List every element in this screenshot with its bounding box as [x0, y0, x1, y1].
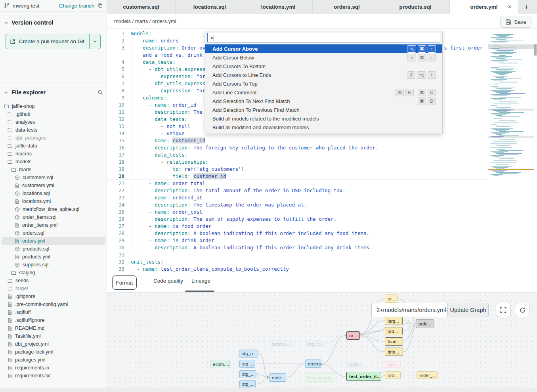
search-icon[interactable]	[97, 90, 103, 95]
file-tree-item[interactable]: seeds	[2, 277, 105, 285]
close-icon[interactable]: ✕	[508, 4, 512, 10]
lineage-node[interactable]: larg...	[385, 317, 403, 325]
lineage-node[interactable]: cust...	[347, 361, 363, 367]
file-tree-item[interactable]: dbt_packages	[2, 134, 105, 142]
code-line[interactable]: 28 description: A boolean indicating if …	[107, 230, 537, 237]
command-palette-input[interactable]: >	[207, 33, 440, 42]
file-tree-item[interactable]: data-tests	[2, 126, 105, 134]
command-palette-item[interactable]: Build all modified and downstream models	[205, 123, 442, 132]
command-palette-item[interactable]: Add Line Comment⌘K⌘C	[205, 88, 442, 97]
code-line[interactable]: 20 field: customer_id	[107, 173, 537, 180]
file-tree-item[interactable]: jaffle-shop	[2, 102, 105, 110]
code-line[interactable]: 21 - name: order_total	[107, 180, 537, 187]
editor-tab[interactable]: locations.yml	[244, 0, 313, 14]
code-line[interactable]: 26 description: The sum of supply expens…	[107, 216, 537, 223]
code-line[interactable]: 23 - name: ordered_at	[107, 194, 537, 201]
file-tree-item[interactable]: customers.sql	[2, 174, 105, 182]
tab-code-quality[interactable]: Code quality	[153, 278, 183, 284]
file-tree-item[interactable]: dbt_project.yml	[2, 340, 105, 348]
file-tree-item[interactable]: analyses	[2, 118, 105, 126]
file-tree-item[interactable]: jaffle-data	[2, 142, 105, 150]
file-tree-item[interactable]: requirements.in	[2, 364, 105, 372]
copy-icon[interactable]	[97, 3, 103, 8]
create-pr-button-main[interactable]: Create a pull request on Git...	[6, 34, 89, 49]
file-tree-item[interactable]: order_items.yml	[2, 221, 105, 229]
file-tree-item[interactable]: requirements.txt	[2, 372, 105, 380]
lineage-node[interactable]: orde...	[269, 373, 286, 382]
command-palette-item[interactable]: Add Cursor Below⌥⌘↓	[205, 53, 442, 62]
lineage-node[interactable]: test_order_it...	[346, 372, 381, 381]
file-tree-item[interactable]: order_items.sql	[2, 213, 105, 221]
file-tree-item[interactable]: staging	[2, 269, 105, 277]
code-line[interactable]: 27 - name: is_food_order	[107, 223, 537, 230]
command-palette-item[interactable]: Add Cursor Above⌥⌘↑	[205, 44, 442, 53]
scrollbar-thumb[interactable]	[534, 44, 537, 55]
lineage-node[interactable]: orde...	[416, 319, 434, 328]
file-tree-item[interactable]: customers.yml	[2, 182, 105, 189]
command-palette-item[interactable]: Build all models related to the modified…	[205, 114, 442, 123]
code-line[interactable]: 15 - name: customer_id	[107, 137, 537, 144]
file-tree-item[interactable]: locations.sql	[2, 189, 105, 197]
file-tree-item[interactable]: .sqlfluff	[2, 308, 105, 316]
code-line[interactable]: 30 description: A boolean indicating if …	[107, 244, 537, 251]
lineage-node[interactable]: or...	[346, 331, 360, 340]
command-palette-item[interactable]: Add Cursors To Top	[205, 79, 442, 88]
lineage-node[interactable]: ord...	[385, 327, 403, 335]
lineage-node[interactable]: test_supply...	[305, 373, 335, 382]
file-tree-item[interactable]: macros	[2, 150, 105, 158]
editor-tab[interactable]: products.sql	[381, 0, 450, 14]
format-button[interactable]: Format	[112, 275, 137, 290]
file-tree-item[interactable]: package-lock.yml	[2, 348, 105, 356]
lineage-panel[interactable]: ecom....stg_o...stg_...stg_...stg_...ord…	[107, 292, 537, 388]
file-tree-item[interactable]: products.sql	[2, 245, 105, 253]
editor-tab[interactable]: locations.sql	[176, 0, 244, 14]
file-tree-item[interactable]: .gitignore	[2, 293, 105, 300]
lineage-node[interactable]: stg_c...	[305, 340, 323, 347]
lineage-node[interactable]: food...	[385, 337, 403, 346]
file-tree-item[interactable]: .github	[2, 110, 105, 118]
file-explorer-header[interactable]: File explorer	[0, 87, 107, 98]
file-tree-item[interactable]: products.yml	[2, 253, 105, 261]
lineage-node[interactable]: ecom....	[210, 360, 230, 368]
code-line[interactable]: 31	[107, 251, 537, 258]
refresh-button[interactable]	[515, 303, 530, 317]
code-line[interactable]: 24 description: The timestamp the order …	[107, 201, 537, 208]
code-line[interactable]: 22 description: The total amount of the …	[107, 187, 537, 194]
file-tree-item[interactable]: .sqlfluffignore	[2, 316, 105, 324]
command-palette-item[interactable]: Add Selection To Next Find Match⌘D	[205, 97, 442, 105]
change-branch-link[interactable]: Change branch	[59, 3, 94, 9]
editor-tab[interactable]: orders.sql	[313, 0, 381, 14]
code-line[interactable]: 17 data_tests:	[107, 151, 537, 159]
lineage-selector-input[interactable]: 2+models/marts/orders.yml+	[371, 303, 448, 317]
lineage-node[interactable]: or...	[385, 294, 397, 303]
lineage-node[interactable]: stg_o...	[239, 350, 258, 358]
file-tree-item[interactable]: metricflow_time_spine.sql	[2, 205, 105, 213]
lineage-node[interactable]: drin...	[385, 348, 403, 356]
lineage-node[interactable]: ord...	[385, 371, 401, 379]
lineage-node[interactable]: stg_...	[239, 380, 256, 388]
minimap[interactable]	[489, 33, 534, 177]
update-graph-button[interactable]: Update Graph	[447, 303, 489, 317]
lineage-node[interactable]: orders	[305, 359, 321, 368]
lineage-node[interactable]: stg_...	[239, 370, 256, 378]
file-tree-item[interactable]: orders.yml	[2, 237, 105, 245]
code-line[interactable]: 18 - relationships:	[107, 159, 537, 166]
file-tree-item[interactable]: .pre-commit-config.yaml	[2, 300, 105, 308]
create-pr-button[interactable]: Create a pull request on Git...	[6, 34, 101, 49]
command-palette-item[interactable]: Add Selection To Previous Find Match	[205, 105, 442, 114]
lineage-node[interactable]: order_...	[417, 371, 438, 379]
command-palette-item[interactable]: Add Cursors To Bottom	[205, 62, 442, 71]
file-tree-item[interactable]: README.md	[2, 324, 105, 332]
fullscreen-button[interactable]	[496, 303, 511, 317]
file-tree-item[interactable]: locations.yml	[2, 197, 105, 205]
code-line[interactable]: 32unit_tests:	[107, 258, 537, 266]
save-button[interactable]: Save	[500, 16, 531, 28]
editor-tab[interactable]: customers.sql	[107, 0, 176, 14]
lineage-node[interactable]: ecom.r...	[269, 340, 292, 347]
code-line[interactable]: 16 description: The foreign key relating…	[107, 144, 537, 151]
file-tree-item[interactable]: marts	[2, 166, 105, 174]
new-tab-button[interactable]: +	[518, 0, 534, 14]
lineage-node[interactable]: stg_...	[239, 360, 255, 368]
create-pr-dropdown[interactable]	[89, 34, 100, 49]
file-tree-item[interactable]: supplies.sql	[2, 261, 105, 269]
